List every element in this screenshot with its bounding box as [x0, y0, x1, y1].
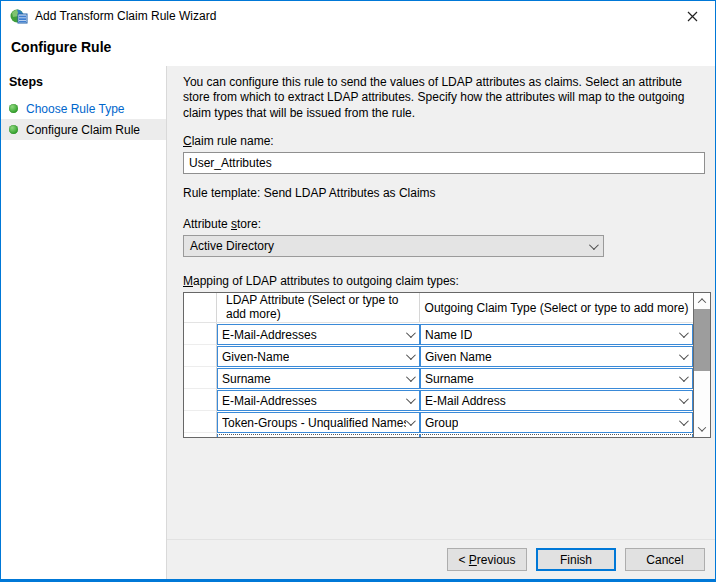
- chevron-down-icon: [406, 328, 416, 338]
- outgoing-claim-combobox[interactable]: Name ID: [420, 324, 693, 345]
- mapping-label: Mapping of LDAP attributes to outgoing c…: [183, 274, 705, 288]
- column-header-outgoing-claim-type: Outgoing Claim Type (Select or type to a…: [420, 293, 693, 322]
- outgoing-claim-combobox[interactable]: E-Mail Address: [420, 390, 693, 411]
- ldap-attribute-combobox[interactable]: [217, 434, 420, 437]
- scroll-up-button[interactable]: [694, 293, 710, 309]
- row-selector-cell[interactable]: [184, 345, 217, 367]
- sidebar-item-configure-claim-rule[interactable]: Configure Claim Rule: [1, 119, 166, 140]
- chevron-down-icon: [679, 416, 689, 426]
- outgoing-claim-combobox[interactable]: Group: [420, 412, 693, 433]
- window-title: Add Transform Claim Rule Wizard: [35, 9, 216, 23]
- chevron-up-icon: [698, 298, 706, 306]
- chevron-down-icon: [406, 416, 416, 426]
- claim-rule-name-label: Claim rule name:: [183, 134, 705, 148]
- title-bar: Add Transform Claim Rule Wizard: [1, 1, 715, 31]
- page-title: Configure Rule: [1, 31, 715, 66]
- ldap-attribute-combobox[interactable]: E-Mail-Addresses: [217, 324, 420, 345]
- mapping-table-header: LDAP Attribute (Select or type to add mo…: [184, 293, 693, 323]
- steps-title: Steps: [1, 75, 166, 98]
- outgoing-claim-combobox[interactable]: Surname: [420, 368, 693, 389]
- row-selector-cell[interactable]: [184, 433, 217, 437]
- chevron-down-icon: [679, 328, 689, 338]
- steps-sidebar: Steps Choose Rule Type Configure Claim R…: [1, 66, 167, 579]
- chevron-down-icon: [406, 350, 416, 360]
- ldap-attribute-combobox[interactable]: Given-Name: [217, 346, 420, 367]
- content-area: Steps Choose Rule Type Configure Claim R…: [1, 66, 715, 579]
- cancel-button[interactable]: Cancel: [625, 548, 705, 571]
- chevron-down-icon: [698, 423, 706, 431]
- rule-template-text: Rule template: Send LDAP Attributes as C…: [183, 186, 705, 200]
- row-selector-cell[interactable]: [184, 411, 217, 433]
- chevron-down-icon: [406, 372, 416, 382]
- main-panel: You can configure this rule to send the …: [167, 66, 715, 579]
- chevron-down-icon: [679, 350, 689, 360]
- attribute-store-value: Active Directory: [190, 239, 274, 253]
- outgoing-claim-combobox[interactable]: [420, 434, 693, 437]
- chevron-down-icon: [406, 394, 416, 404]
- chevron-down-icon: [679, 372, 689, 382]
- row-selector-header: [184, 293, 217, 322]
- app-icon: [10, 8, 28, 24]
- ldap-attribute-combobox[interactable]: Surname: [217, 368, 420, 389]
- table-row: Token-Groups - Unqualified Names Group: [184, 411, 693, 433]
- table-vertical-scrollbar[interactable]: [693, 293, 710, 437]
- mapping-table: LDAP Attribute (Select or type to add mo…: [183, 292, 711, 438]
- table-row: E-Mail-Addresses Name ID: [184, 323, 693, 345]
- step-label: Choose Rule Type: [26, 102, 125, 116]
- table-row: Surname Surname: [184, 367, 693, 389]
- sidebar-item-choose-rule-type[interactable]: Choose Rule Type: [1, 98, 166, 119]
- claim-rule-name-input[interactable]: [183, 152, 705, 174]
- scrollbar-track[interactable]: [694, 309, 710, 421]
- ldap-attribute-combobox[interactable]: E-Mail-Addresses: [217, 390, 420, 411]
- step-status-dot: [9, 125, 18, 134]
- finish-button[interactable]: Finish: [536, 548, 616, 571]
- table-row: E-Mail-Addresses E-Mail Address: [184, 389, 693, 411]
- wizard-window: Add Transform Claim Rule Wizard Configur…: [0, 0, 716, 582]
- outgoing-claim-combobox[interactable]: Given Name: [420, 346, 693, 367]
- scrollbar-thumb[interactable]: [694, 309, 710, 371]
- row-selector-cell[interactable]: [184, 389, 217, 411]
- table-row-new-partial: [184, 433, 693, 437]
- attribute-store-dropdown[interactable]: Active Directory: [183, 235, 604, 257]
- close-button[interactable]: [670, 1, 715, 31]
- close-icon: [687, 11, 698, 22]
- attribute-store-label: Attribute store:: [183, 217, 705, 231]
- rule-description: You can configure this rule to send the …: [183, 75, 705, 121]
- row-selector-cell[interactable]: [184, 323, 217, 345]
- chevron-down-icon: [589, 240, 599, 250]
- scroll-down-button[interactable]: [694, 421, 710, 437]
- chevron-down-icon: [679, 394, 689, 404]
- ldap-attribute-combobox[interactable]: Token-Groups - Unqualified Names: [217, 412, 420, 433]
- step-label: Configure Claim Rule: [26, 123, 140, 137]
- wizard-footer: < Previous Finish Cancel: [167, 539, 715, 579]
- row-selector-cell[interactable]: [184, 367, 217, 389]
- step-status-dot: [9, 104, 18, 113]
- table-row: Given-Name Given Name: [184, 345, 693, 367]
- column-header-ldap-attribute: LDAP Attribute (Select or type to add mo…: [217, 293, 420, 322]
- previous-button[interactable]: < Previous: [447, 548, 527, 571]
